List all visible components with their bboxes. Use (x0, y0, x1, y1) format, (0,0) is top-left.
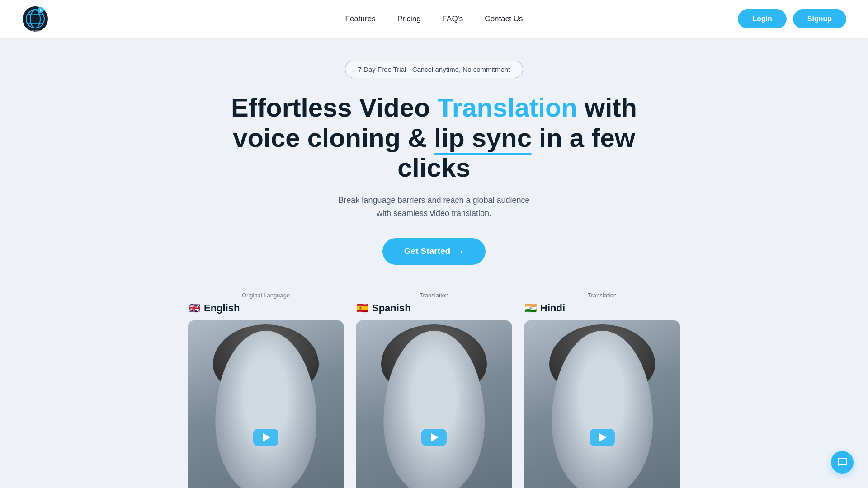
hero-section: 7 Day Free Trial - Cancel anytime, No co… (0, 38, 868, 488)
flag-hindi: 🇮🇳 (524, 302, 537, 314)
hero-subtext: Break language barriers and reach a glob… (338, 194, 529, 220)
play-button-hindi[interactable] (590, 429, 615, 446)
signup-button[interactable]: Signup (793, 9, 846, 28)
flag-english: 🇬🇧 (188, 302, 200, 314)
video-col-label-1: Translation (356, 292, 512, 299)
svg-text:-Videos-: -Videos- (31, 32, 40, 33)
video-col-label-0: Original Language (188, 292, 344, 299)
heading-part1: Effortless Video (231, 93, 438, 122)
language-english: English (204, 302, 240, 314)
video-column-spanish: Translation 🇪🇸 Spanish (356, 292, 512, 488)
video-lang-spanish: 🇪🇸 Spanish (356, 302, 512, 314)
heading-highlight: Translation (438, 93, 577, 122)
logo[interactable]: ✦ Translate -Videos- (22, 5, 49, 33)
login-button[interactable]: Login (738, 9, 787, 28)
logo-icon: ✦ Translate -Videos- (22, 5, 49, 33)
video-column-english: Original Language 🇬🇧 English (188, 292, 344, 488)
language-spanish: Spanish (372, 302, 411, 314)
chat-icon (837, 457, 848, 468)
chat-bubble[interactable] (831, 451, 854, 474)
arrow-icon: → (455, 246, 464, 257)
video-col-label-2: Translation (524, 292, 680, 299)
hero-subtext-line2: with seamless video translation. (377, 209, 491, 218)
hero-subtext-line1: Break language barriers and reach a glob… (338, 196, 529, 205)
svg-text:✦: ✦ (39, 8, 42, 13)
heading-part2: with (577, 93, 637, 122)
trial-badge: 7 Day Free Trial - Cancel anytime, No co… (345, 61, 524, 78)
get-started-button[interactable]: Get Started → (382, 238, 486, 265)
play-button-spanish[interactable] (421, 429, 447, 446)
get-started-label: Get Started (404, 246, 450, 256)
video-section: Original Language 🇬🇧 English Translation (181, 292, 687, 488)
navbar: ✦ Translate -Videos- Features Pricing FA… (0, 0, 868, 38)
nav-link-pricing[interactable]: Pricing (397, 14, 421, 23)
nav-link-faqs[interactable]: FAQ's (443, 14, 463, 23)
heading-underline: lip sync (434, 123, 532, 153)
flag-spanish: 🇪🇸 (356, 302, 368, 314)
video-thumb-english[interactable] (188, 320, 344, 488)
nav-links: Features Pricing FAQ's Contact Us (345, 14, 523, 23)
video-lang-english: 🇬🇧 English (188, 302, 344, 314)
play-button-english[interactable] (253, 429, 278, 446)
play-triangle-english (263, 433, 270, 441)
nav-link-features[interactable]: Features (345, 14, 376, 23)
language-hindi: Hindi (540, 302, 565, 314)
video-lang-hindi: 🇮🇳 Hindi (524, 302, 680, 314)
video-thumb-hindi[interactable] (524, 320, 680, 488)
nav-actions: Login Signup (738, 9, 846, 28)
nav-link-contact[interactable]: Contact Us (485, 14, 523, 23)
hero-heading: Effortless Video Translation with voice … (231, 93, 637, 183)
video-thumb-spanish[interactable] (356, 320, 512, 488)
play-triangle-hindi (599, 433, 607, 441)
play-triangle-spanish (431, 433, 439, 441)
video-column-hindi: Translation 🇮🇳 Hindi (524, 292, 680, 488)
video-columns: Original Language 🇬🇧 English Translation (188, 292, 680, 488)
heading-line2-start: voice cloning & (233, 123, 434, 152)
